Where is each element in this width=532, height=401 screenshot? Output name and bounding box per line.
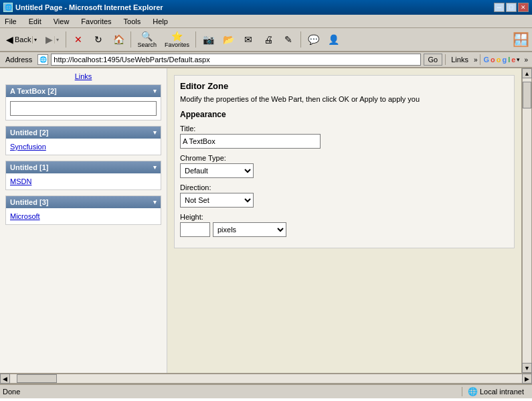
menu-favorites[interactable]: Favorites [79, 17, 113, 26]
menu-file[interactable]: File [3, 17, 19, 26]
links-expander[interactable]: » [474, 56, 478, 64]
refresh-button[interactable]: ↻ [89, 29, 108, 50]
back-arrow-icon: ◀ [6, 34, 13, 45]
horizontal-scrollbar: ◀ ▶ [0, 373, 532, 384]
hscroll-left-button[interactable]: ◀ [0, 374, 10, 384]
hscroll-right-button[interactable]: ▶ [522, 374, 532, 384]
left-panel: Links A TextBox [2] ▾ Untitled [2] ▾ Syn… [0, 68, 167, 373]
forward-arrow-icon: ▶ [46, 34, 53, 45]
back-dropdown-icon[interactable]: ▾ [32, 36, 37, 44]
web-part-msdn-arrow-icon[interactable]: ▾ [153, 164, 157, 171]
home-button[interactable]: 🏠 [109, 29, 128, 50]
menu-tools[interactable]: Tools [122, 17, 143, 26]
minimize-button[interactable]: ─ [494, 3, 505, 12]
google-label4: g [503, 56, 507, 64]
web-part-msdn: Untitled [1] ▾ MSDN [5, 161, 161, 190]
menu-help[interactable]: Help [151, 17, 170, 26]
web-part-msdn-title: Untitled [1] [10, 163, 48, 171]
editor-zone-title: Editor Zone [180, 81, 509, 91]
msdn-link[interactable]: MSDN [10, 177, 31, 185]
google-label3: o [497, 56, 501, 64]
address-label: Address [3, 56, 35, 64]
chrome-type-row: Chrome Type: Default None Title and Bord… [180, 154, 509, 178]
menu-view[interactable]: View [52, 17, 72, 26]
web-part-syncfusion-header[interactable]: Untitled [2] ▾ [6, 127, 161, 139]
direction-label: Direction: [180, 183, 509, 191]
back-label: Back [15, 35, 31, 44]
mail-button[interactable]: ✉ [239, 29, 258, 50]
height-controls: pixels percent [180, 222, 509, 237]
media-icon: 📷 [203, 35, 214, 44]
status-text: Done [3, 388, 459, 396]
chrome-type-select[interactable]: Default None Title and Border Title Only… [180, 163, 254, 178]
menu-bar: File Edit View Favorites Tools Help [0, 15, 532, 28]
windows-logo: 🪟 [513, 32, 529, 47]
back-button[interactable]: ◀ Back ▾ [3, 32, 41, 47]
edit-button[interactable]: ✎ [279, 29, 298, 50]
discuss-icon: 💬 [308, 35, 319, 44]
editor-zone-desc: Modify the properties of the Web Part, t… [180, 95, 509, 103]
web-part-textbox-input[interactable] [10, 101, 157, 116]
google-dropdown-icon[interactable]: ▾ [517, 56, 520, 63]
web-part-syncfusion-arrow-icon[interactable]: ▾ [153, 129, 157, 136]
scroll-up-button[interactable]: ▲ [522, 68, 532, 78]
links-button[interactable]: Links [448, 56, 471, 64]
page-icon: 🌐 [37, 54, 48, 65]
separator-1 [66, 31, 66, 48]
height-input[interactable] [180, 222, 210, 237]
main-area: Links A TextBox [2] ▾ Untitled [2] ▾ Syn… [0, 68, 532, 373]
home-icon: 🏠 [113, 35, 124, 44]
chrome-type-label: Chrome Type: [180, 154, 509, 162]
google-separator [480, 54, 480, 65]
hscroll-track[interactable] [10, 374, 522, 384]
print-button[interactable]: 🖨 [259, 29, 278, 50]
media-button[interactable]: 📷 [199, 29, 217, 50]
history-button[interactable]: 📂 [219, 29, 238, 50]
web-part-microsoft: Untitled [3] ▾ Microsoft [5, 195, 161, 225]
address-bar: Address 🌐 Go Links » G o o g l e ▾ » [0, 52, 532, 68]
syncfusion-link[interactable]: Syncfusion [10, 143, 46, 151]
hscroll-thumb[interactable] [17, 374, 57, 383]
favorites-icon: ⭐ [171, 31, 183, 41]
toolbar: ◀ Back ▾ ▶ ▾ ✕ ↻ 🏠 🔍 Search ⭐ Favorites … [0, 28, 532, 52]
favorites-button[interactable]: ⭐ Favorites [161, 29, 193, 50]
microsoft-link[interactable]: Microsoft [10, 212, 40, 220]
address-input[interactable] [51, 54, 420, 66]
menu-edit[interactable]: Edit [27, 17, 43, 26]
web-part-textbox-header[interactable]: A TextBox [2] ▾ [6, 85, 161, 97]
close-button[interactable]: ✕ [518, 3, 529, 12]
window-title: Untitled Page - Microsoft Internet Explo… [15, 3, 163, 11]
direction-select[interactable]: Not Set Left to Right Right to Left [180, 193, 254, 208]
history-icon: 📂 [223, 35, 234, 44]
scroll-track[interactable] [522, 78, 532, 363]
messenger-button[interactable]: 👤 [324, 29, 343, 50]
height-unit-select[interactable]: pixels percent [213, 222, 286, 237]
web-part-textbox: A TextBox [2] ▾ [5, 84, 161, 121]
discuss-button[interactable]: 💬 [304, 29, 323, 50]
web-part-microsoft-arrow-icon[interactable]: ▾ [153, 199, 157, 206]
web-part-msdn-header[interactable]: Untitled [1] ▾ [6, 161, 161, 173]
links-link[interactable]: Links [75, 72, 92, 80]
web-part-textbox-title: A TextBox [2] [10, 87, 57, 95]
search-icon: 🔍 [141, 31, 153, 41]
web-part-microsoft-header[interactable]: Untitled [3] ▾ [6, 196, 161, 208]
web-part-textbox-arrow-icon[interactable]: ▾ [153, 88, 157, 94]
search-button[interactable]: 🔍 Search [134, 29, 160, 50]
go-button[interactable]: Go [424, 54, 443, 66]
forward-dropdown-icon[interactable]: ▾ [54, 36, 60, 44]
title-bar: 🌐 Untitled Page - Microsoft Internet Exp… [0, 0, 532, 15]
appearance-title: Appearance [180, 110, 509, 119]
scroll-down-button[interactable]: ▼ [522, 363, 532, 373]
separator-3 [195, 31, 196, 48]
height-label: Height: [180, 213, 509, 221]
scroll-thumb[interactable] [523, 82, 531, 108]
print-icon: 🖨 [264, 35, 273, 44]
stop-button[interactable]: ✕ [69, 29, 88, 50]
toolbar-expand-icon[interactable]: » [523, 56, 529, 64]
title-input[interactable] [180, 134, 321, 149]
forward-button[interactable]: ▶ ▾ [42, 32, 63, 47]
web-part-syncfusion-body: Syncfusion [6, 139, 161, 155]
address-separator [445, 54, 446, 65]
local-intranet-section: 🌐 Local intranet [462, 387, 529, 396]
restore-button[interactable]: □ [506, 3, 517, 12]
